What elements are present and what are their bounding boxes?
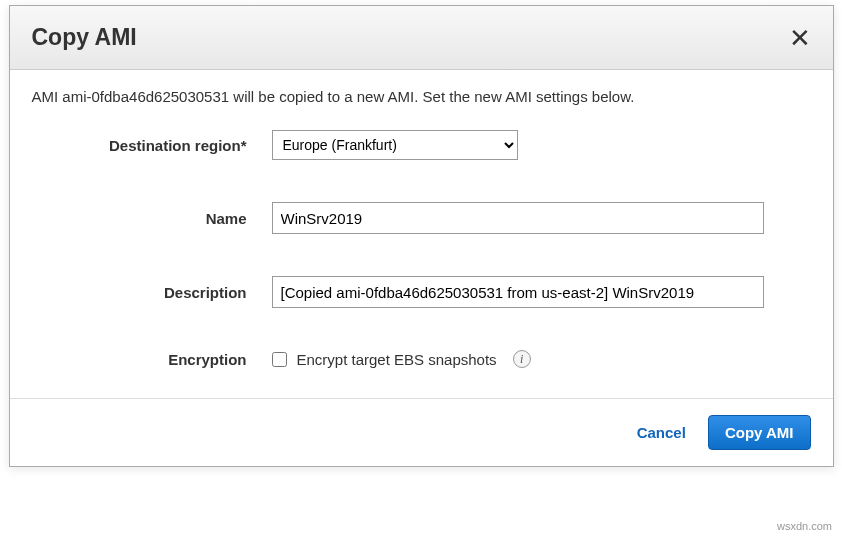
encryption-control: Encrypt target EBS snapshots i [272, 350, 811, 368]
row-description: Description [32, 276, 811, 308]
encryption-checkbox[interactable] [272, 352, 287, 367]
description-input[interactable] [272, 276, 764, 308]
info-icon[interactable]: i [513, 350, 531, 368]
cancel-button[interactable]: Cancel [637, 424, 686, 441]
copy-ami-dialog: Copy AMI ✕ AMI ami-0fdba46d625030531 wil… [9, 5, 834, 467]
watermark: wsxdn.com [777, 520, 832, 532]
row-destination-region: Destination region* Europe (Frankfurt) [32, 130, 811, 160]
dialog-body: AMI ami-0fdba46d625030531 will be copied… [10, 70, 833, 398]
dialog-header: Copy AMI ✕ [10, 6, 833, 70]
intro-text: AMI ami-0fdba46d625030531 will be copied… [32, 88, 811, 105]
destination-region-select[interactable]: Europe (Frankfurt) [272, 130, 518, 160]
copy-ami-button[interactable]: Copy AMI [708, 415, 811, 450]
dialog-title: Copy AMI [32, 24, 137, 51]
row-encryption: Encryption Encrypt target EBS snapshots … [32, 350, 811, 368]
encryption-label: Encryption [32, 351, 272, 368]
name-input[interactable] [272, 202, 764, 234]
close-icon[interactable]: ✕ [789, 25, 811, 51]
encryption-checkbox-label: Encrypt target EBS snapshots [297, 351, 497, 368]
name-label: Name [32, 210, 272, 227]
description-label: Description [32, 284, 272, 301]
dialog-footer: Cancel Copy AMI [10, 398, 833, 466]
destination-region-label: Destination region* [32, 137, 272, 154]
row-name: Name [32, 202, 811, 234]
